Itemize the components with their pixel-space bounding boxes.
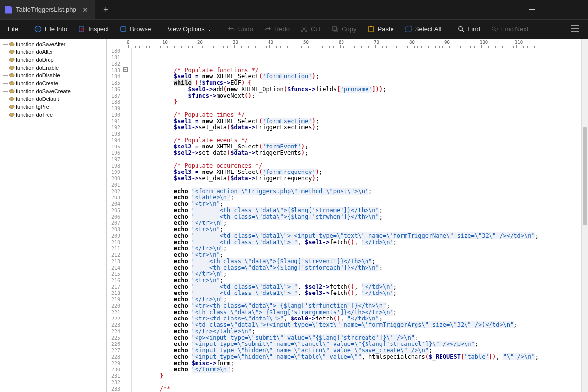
select-all-button[interactable]: Select All	[400, 23, 446, 36]
svg-point-21	[9, 105, 14, 109]
sidebar-item[interactable]: function doSaveCreate	[2, 87, 106, 95]
paste-button[interactable]: Paste	[363, 23, 399, 36]
browse-button[interactable]: Browse	[115, 23, 156, 36]
svg-point-4	[301, 30, 303, 32]
editor-area: 0102030405060708090100110 18018118218318…	[107, 39, 588, 392]
sidebar-item[interactable]: function doDrop	[2, 56, 106, 64]
line-gutter: 1801811821831841851861871881891901911921…	[107, 48, 122, 392]
tab-active[interactable]: TableTriggersList.php ✕	[0, 0, 95, 19]
svg-rect-6	[333, 27, 337, 31]
sidebar-item[interactable]: function doDefault	[2, 95, 106, 103]
svg-rect-7	[334, 28, 338, 32]
find-button[interactable]: Find	[452, 23, 485, 36]
view-options-menu[interactable]: View Options ⌄	[162, 23, 216, 36]
svg-rect-9	[370, 26, 372, 27]
svg-point-2	[81, 29, 84, 32]
sidebar-item[interactable]: function doCreate	[2, 79, 106, 87]
copy-button[interactable]: Copy	[326, 23, 361, 36]
svg-point-5	[305, 30, 307, 32]
sidebar-item[interactable]: function doSaveAlter	[2, 40, 106, 48]
redo-button[interactable]: Redo	[259, 23, 294, 36]
svg-point-14	[9, 50, 14, 54]
svg-rect-0	[552, 7, 557, 12]
scrollbar-vertical[interactable]	[581, 39, 588, 392]
tab-close-button[interactable]: ✕	[80, 6, 90, 14]
maximize-button[interactable]	[543, 0, 565, 19]
titlebar: TableTriggersList.php ✕ ＋	[0, 0, 588, 20]
hamburger-menu[interactable]	[565, 22, 585, 37]
svg-rect-10	[406, 26, 411, 32]
ruler: 0102030405060708090100110	[107, 39, 588, 48]
cut-button[interactable]: Cut	[295, 23, 325, 36]
sidebar-item[interactable]: function doTree	[2, 111, 106, 119]
svg-rect-3	[121, 27, 126, 31]
toolbar: File File Info Inspect Browse View Optio…	[0, 20, 588, 39]
svg-point-16	[9, 66, 14, 70]
svg-point-12	[492, 27, 495, 30]
tab-title: TableTriggersList.php	[16, 6, 76, 13]
code-area[interactable]: 1801811821831841851861871881891901911921…	[107, 48, 588, 392]
sidebar[interactable]: function doSaveAlterfunction doAlterfunc…	[0, 39, 107, 392]
tab-add-button[interactable]: ＋	[95, 4, 117, 15]
svg-point-15	[9, 58, 14, 62]
svg-point-22	[9, 113, 14, 117]
svg-point-17	[9, 74, 14, 77]
minimize-button[interactable]	[520, 0, 543, 19]
svg-point-13	[9, 43, 14, 46]
sidebar-item[interactable]: function doEnable	[2, 64, 106, 72]
main-area: function doSaveAlterfunction doAlterfunc…	[0, 39, 588, 392]
svg-point-20	[9, 98, 14, 101]
sidebar-item[interactable]: function doDisable	[2, 72, 106, 79]
undo-button[interactable]: Undo	[223, 23, 258, 36]
svg-point-11	[459, 27, 463, 31]
sidebar-item[interactable]: function doAlter	[2, 48, 106, 56]
inspect-button[interactable]: Inspect	[73, 23, 114, 36]
close-button[interactable]	[565, 0, 588, 19]
svg-point-19	[9, 90, 14, 93]
scroll-thumb[interactable]	[583, 127, 587, 225]
find-next-button[interactable]: Find Next	[486, 23, 534, 36]
code-content[interactable]: /* Populate functions */ $sel0 = new XHT…	[129, 48, 588, 392]
sidebar-item[interactable]: function tgPre	[2, 103, 106, 111]
file-menu[interactable]: File	[3, 23, 23, 36]
file-info-button[interactable]: File Info	[29, 23, 72, 36]
svg-point-18	[9, 82, 14, 85]
window-controls	[520, 0, 588, 19]
file-icon	[5, 6, 12, 14]
fold-column[interactable]: −	[122, 48, 129, 392]
